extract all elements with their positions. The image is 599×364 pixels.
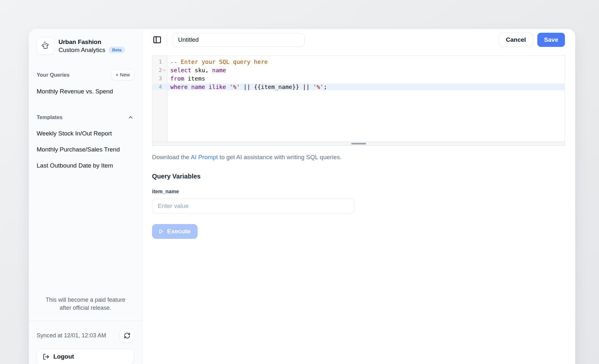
play-outline-icon (158, 228, 164, 235)
panel-left-icon (153, 35, 162, 44)
logout-button[interactable]: Logout (37, 349, 134, 364)
workspace-name: Urban Fashion (58, 39, 125, 46)
templates-label: Templates (37, 114, 62, 120)
query-variables-heading: Query Variables (152, 173, 201, 180)
line-number: 3 (152, 75, 167, 82)
code-line-text[interactable]: from items (167, 75, 565, 82)
editor-header: Cancel Save (152, 33, 565, 47)
chevron-up-icon (128, 114, 134, 120)
workspace-header: Urban Fashion Custom Analytics Beta (37, 37, 134, 55)
line-number: 1 (152, 59, 167, 65)
main-panel: Cancel Save 1-- Enter your SQL query her… (142, 29, 575, 364)
ai-assistance-text-after: to get AI assistance with writing SQL qu… (218, 154, 342, 160)
sidebar-item-monthly-revenue[interactable]: Monthly Revenue vs. Spend (37, 88, 134, 95)
ai-assistance-text: Download the AI Prompt to get AI assista… (152, 154, 342, 161)
workspace-logo (37, 37, 54, 55)
sql-editor[interactable]: 1-- Enter your SQL query here2select sku… (152, 56, 565, 142)
t-shirt-icon (40, 40, 51, 51)
sidebar-toggle-button[interactable] (152, 35, 162, 45)
sidebar: Urban Fashion Custom Analytics Beta Your… (29, 29, 142, 364)
code-line-text[interactable]: -- Enter your SQL query here (167, 58, 565, 65)
fold-chevron-down-icon[interactable] (163, 68, 165, 71)
editor-line-1[interactable]: 1-- Enter your SQL query here (152, 57, 565, 66)
line-number: 2 (152, 67, 167, 73)
editor-line-4[interactable]: 4where name ilike '%' || {{item_name}} |… (152, 82, 565, 91)
ai-assistance-text-before: Download the (152, 154, 191, 160)
logout-label: Logout (53, 353, 74, 360)
execute-label: Execute (167, 228, 191, 235)
sidebar-item-weekly-stock-report[interactable]: Weekly Stock In/Out Report (37, 130, 134, 137)
editor-line-2[interactable]: 2select sku, name (152, 66, 565, 74)
code-line-text[interactable]: select sku, name (167, 67, 565, 74)
execute-button[interactable]: Execute (152, 224, 198, 239)
beta-badge: Beta (109, 47, 125, 53)
app-window: Urban Fashion Custom Analytics Beta Your… (29, 29, 575, 364)
save-button[interactable]: Save (537, 33, 565, 47)
new-query-button[interactable]: + New (111, 69, 134, 80)
app-name: Custom Analytics (58, 47, 105, 54)
ai-prompt-link[interactable]: AI Prompt (191, 154, 218, 160)
logout-icon (43, 353, 49, 360)
sync-status: Synced at 12/01, 12:03 AM (37, 332, 106, 339)
code-line-text[interactable]: where name ilike '%' || {{item_name}} ||… (167, 83, 565, 90)
sidebar-footer: Synced at 12/01, 12:03 AM Logout © 2025 … (29, 321, 142, 364)
paid-feature-notice: This will become a paid feature after of… (40, 296, 130, 312)
cancel-button[interactable]: Cancel (499, 33, 533, 47)
templates-collapse-button[interactable] (127, 114, 134, 121)
sidebar-item-monthly-purchase-sales[interactable]: Monthly Purchase/Sales Trend (37, 146, 134, 153)
line-number: 4 (152, 84, 167, 90)
sidebar-item-last-outbound-date[interactable]: Last Outbound Date by Item (37, 162, 134, 169)
your-queries-label: Your Queries (37, 72, 69, 78)
variable-name-label: item_name (152, 189, 179, 195)
header-divider (167, 34, 167, 46)
editor-line-3[interactable]: 3from items (152, 74, 565, 82)
query-title-input[interactable] (172, 33, 305, 47)
editor-resize-bar[interactable] (152, 142, 565, 146)
variable-value-input[interactable] (152, 199, 355, 213)
refresh-button[interactable] (120, 328, 134, 343)
refresh-icon (124, 332, 130, 339)
editor-resize-handle[interactable] (351, 143, 366, 144)
editor-lines: 1-- Enter your SQL query here2select sku… (152, 56, 565, 91)
